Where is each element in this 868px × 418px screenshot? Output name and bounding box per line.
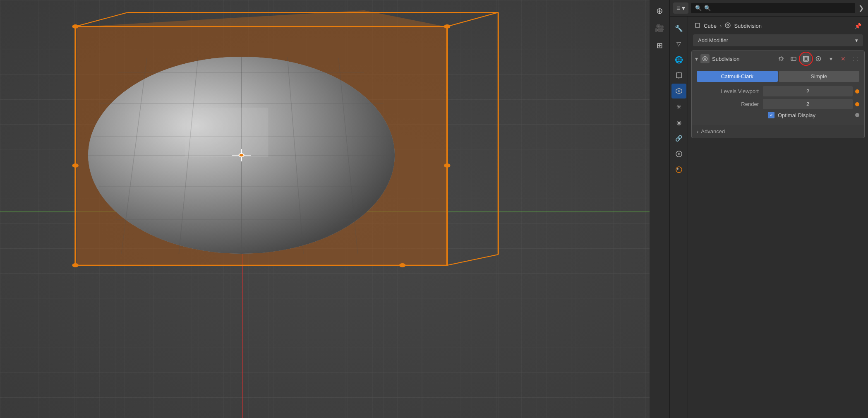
levels-viewport-dot[interactable] [855, 89, 859, 94]
sidebar-item-material[interactable] [671, 162, 686, 177]
sidebar-item-physics[interactable]: ◉ [671, 115, 686, 130]
sidebar-item-scene[interactable]: ▽ [671, 36, 686, 51]
sidebar-item-constraints[interactable]: 🔗 [671, 131, 686, 146]
optimal-display-checkbox[interactable]: ✓ [768, 112, 774, 118]
svg-point-8 [72, 163, 78, 168]
simple-button[interactable]: Simple [779, 71, 860, 82]
modifier-options-button[interactable]: ▾ [825, 53, 836, 64]
sidebar-item-data[interactable] [671, 147, 686, 161]
panel-content: 🔧 ▽ 🌐 ✳ ◉ 🔗 [670, 17, 868, 418]
svg-rect-43 [695, 23, 700, 27]
panel-header: ≡ ▾ 🔍 ❯ [670, 0, 868, 17]
svg-point-42 [677, 168, 679, 170]
advanced-section[interactable]: › Advanced [692, 125, 864, 138]
svg-point-47 [704, 58, 706, 60]
breadcrumb-object-icon [695, 22, 700, 29]
sidebar-item-world[interactable]: 🌐 [671, 52, 686, 67]
modifier-viewport-display-wrapper [801, 53, 811, 64]
breadcrumb-object-name[interactable]: Cube [704, 23, 717, 29]
breadcrumb: Cube › Subdivision 📌 [691, 20, 865, 32]
svg-point-34 [239, 154, 244, 157]
modifier-viewport-display-button[interactable] [801, 53, 811, 64]
modifier-card-subdivision: ▾ Subdivision [691, 50, 865, 138]
svg-point-53 [818, 58, 819, 60]
svg-point-38 [678, 90, 680, 92]
levels-viewport-input[interactable]: 2 [763, 86, 853, 96]
sidebar-item-tools[interactable]: 🔧 [671, 21, 686, 36]
sidebar-item-modifier[interactable] [671, 84, 686, 98]
sidebar-item-object[interactable] [671, 68, 686, 83]
optimal-display-dot[interactable] [855, 113, 859, 117]
levels-viewport-row: Levels Viewport 2 [697, 86, 859, 96]
viewport-tools-sidebar: ⊕ 🎥 ⊞ [650, 0, 669, 418]
render-dot[interactable] [855, 102, 859, 106]
advanced-expand-icon: › [697, 128, 698, 135]
render-mode-icon[interactable]: ⊞ [652, 38, 667, 53]
render-row: Render 2 [697, 99, 859, 109]
modifier-realtime-button[interactable] [788, 53, 799, 64]
modifier-render-button[interactable] [813, 53, 824, 64]
svg-point-6 [72, 24, 78, 29]
svg-rect-51 [804, 57, 808, 60]
optimal-display-label: Optimal Display [778, 112, 815, 118]
svg-point-40 [678, 153, 680, 155]
svg-point-11 [399, 263, 405, 267]
properties-sidebar: 🔧 ▽ 🌐 ✳ ◉ 🔗 [670, 17, 688, 418]
panel-menu-icon: ≡ [676, 5, 680, 12]
viewport-svg [0, 0, 669, 418]
panel-menu-button[interactable]: ≡ ▾ [673, 2, 688, 14]
svg-rect-48 [791, 57, 796, 60]
modifier-grip-handle[interactable]: ⋮⋮ [850, 53, 861, 64]
search-input[interactable] [704, 5, 851, 11]
breadcrumb-separator: › [720, 23, 722, 29]
svg-rect-31 [185, 108, 269, 157]
levels-viewport-label: Levels Viewport [697, 88, 763, 94]
breadcrumb-pin-icon[interactable]: 📌 [854, 23, 861, 29]
breadcrumb-modifier-name: Subdivision [734, 23, 762, 29]
catmull-clark-button[interactable]: Catmull-Clark [697, 71, 778, 82]
panel-main: Cube › Subdivision 📌 Add Modifier ▾ [688, 17, 868, 418]
panel-collapse-button[interactable]: ❯ [858, 3, 865, 13]
modifier-body: Catmull-Clark Simple Levels Viewport 2 R… [692, 67, 864, 125]
sidebar-item-particles[interactable]: ✳ [671, 99, 686, 114]
svg-rect-35 [676, 73, 681, 78]
properties-panel: ≡ ▾ 🔍 ❯ 🔧 ▽ 🌐 ✳ ◉ 🔗 [669, 0, 868, 418]
modifier-type-icon [700, 54, 710, 63]
modifier-name-label: Subdivision [712, 56, 773, 62]
advanced-label: Advanced [701, 128, 725, 135]
svg-point-10 [72, 263, 78, 267]
modifier-action-buttons: ▾ ✕ ⋮⋮ [776, 53, 861, 64]
viewport[interactable]: ⊕ 🎥 ⊞ [0, 0, 669, 418]
render-input[interactable]: 2 [763, 99, 853, 109]
modifier-card-header: ▾ Subdivision [692, 51, 864, 67]
add-modifier-button[interactable]: Add Modifier ▾ [693, 34, 863, 46]
svg-point-9 [444, 163, 450, 168]
modifier-settings-button[interactable] [776, 53, 786, 64]
search-bar: 🔍 [691, 3, 855, 13]
svg-point-45 [727, 24, 729, 26]
modifier-delete-button[interactable]: ✕ [838, 53, 849, 64]
camera-view-icon[interactable]: 🎥 [652, 21, 667, 36]
panel-menu-chevron: ▾ [682, 4, 685, 12]
add-modifier-row: Add Modifier ▾ [691, 32, 865, 49]
breadcrumb-modifier-icon [725, 22, 731, 29]
cursor-tool-icon[interactable]: ⊕ [652, 3, 667, 18]
add-modifier-label: Add Modifier [698, 37, 728, 43]
optimal-display-row: ✓ Optimal Display [697, 112, 859, 118]
svg-point-44 [725, 23, 730, 28]
add-modifier-chevron: ▾ [855, 37, 858, 43]
modifier-expand-toggle[interactable]: ▾ [695, 55, 698, 62]
svg-point-46 [703, 57, 707, 61]
svg-point-41 [676, 167, 682, 173]
search-icon: 🔍 [695, 5, 702, 11]
render-label: Render [697, 101, 763, 107]
method-buttons-row: Catmull-Clark Simple [697, 71, 859, 82]
